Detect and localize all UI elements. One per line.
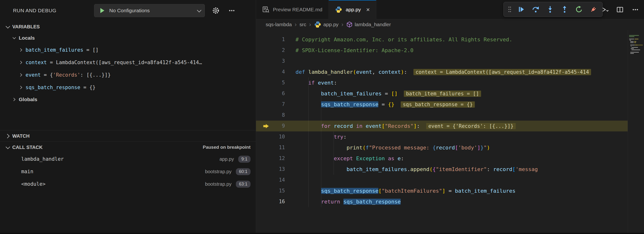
code-line-13[interactable]: 13 batch_item_failures.append({"itemIden…: [256, 164, 644, 175]
code-line-1[interactable]: 1# Copyright Amazon.com, Inc. or its aff…: [256, 34, 644, 45]
watch-pane: WATCH: [0, 130, 256, 141]
symbol-method-icon: [346, 21, 352, 28]
breadcrumb-item-src[interactable]: src: [300, 22, 306, 27]
line-number[interactable]: 12: [256, 153, 296, 164]
line-number[interactable]: 14: [256, 175, 296, 185]
code-line-7[interactable]: 7 sqs_batch_response = {}sqs_batch_respo…: [256, 99, 644, 110]
restart-button[interactable]: [572, 3, 586, 15]
call-stack-section-header[interactable]: CALL STACK Paused on breakpoint: [0, 142, 256, 153]
variable-text: sqs_batch_response = {}: [26, 85, 96, 90]
line-number[interactable]: 15: [256, 185, 296, 196]
debug-config-dropdown[interactable]: No Configurations: [94, 4, 205, 17]
tab-label: Preview README.md: [273, 7, 322, 12]
step-over-icon: [532, 6, 539, 13]
tab-app-py[interactable]: app.py×: [329, 0, 376, 19]
gear-icon[interactable]: [211, 6, 221, 15]
code-lines: 1# Copyright Amazon.com, Inc. or its aff…: [256, 34, 644, 207]
chevron-right-icon[interactable]: [19, 86, 22, 89]
editor-group: Preview README.mdapp.py× sqs-lambda›src›…: [256, 0, 644, 234]
stack-frame-main[interactable]: mainbootstrap.py60:1: [0, 165, 256, 178]
continue-icon: [518, 6, 525, 13]
line-number[interactable]: 4: [256, 67, 296, 77]
code-line-6[interactable]: 6 batch_item_failures = []batch_item_fai…: [256, 88, 644, 99]
tabs: Preview README.mdapp.py×: [256, 0, 376, 19]
debug-start-icon[interactable]: [99, 7, 106, 14]
chevron-down-icon: [197, 8, 201, 12]
code-line-16[interactable]: 16 return sqs_batch_response: [256, 196, 644, 207]
line-number[interactable]: 1: [256, 34, 296, 45]
variable-sqs-batch-response[interactable]: sqs_batch_response = {}: [0, 81, 256, 94]
breadcrumb: sqs-lambda›src›app.py›lambda_handler: [256, 19, 644, 30]
line-number[interactable]: 8: [256, 110, 296, 120]
variable-event[interactable]: event = {'Records': [{...}]}: [0, 69, 256, 81]
variables-section-header[interactable]: VARIABLES: [0, 21, 256, 32]
chevron-right-icon[interactable]: [19, 73, 22, 77]
line-number[interactable]: 9: [256, 120, 296, 131]
code-text: sqs_batch_response["batchItemFailures"] …: [296, 185, 516, 196]
breadcrumb-label: sqs-lambda: [266, 22, 292, 27]
chevron-right-icon[interactable]: [19, 48, 22, 52]
paused-status: Paused on breakpoint: [203, 145, 250, 150]
python-icon: [335, 6, 342, 13]
minimap[interactable]: [628, 30, 644, 234]
line-number[interactable]: 16: [256, 196, 296, 207]
breadcrumb-item-app-py[interactable]: app.py: [314, 21, 338, 28]
run-debug-sidebar: RUN AND DEBUG No Configurations VARIABLE…: [0, 0, 256, 234]
code-text: except Exception as e:: [296, 153, 404, 164]
editor-actions: [600, 0, 640, 19]
code-line-4[interactable]: 4def lambda_handler(event, context):cont…: [256, 67, 644, 77]
tab-preview-readme-md[interactable]: Preview README.md: [256, 0, 329, 19]
breadcrumb-item-lambda-handler[interactable]: lambda_handler: [346, 21, 391, 28]
disconnect-button[interactable]: [587, 3, 600, 15]
more-actions-icon[interactable]: [227, 6, 236, 15]
line-number[interactable]: 11: [256, 142, 296, 153]
variable-context[interactable]: context = LambdaContext([aws_request_id=…: [0, 56, 256, 69]
stack-frame-lambda-handler[interactable]: lambda_handlerapp.py9:1: [0, 153, 256, 165]
line-number[interactable]: 13: [256, 164, 296, 175]
gripper-button[interactable]: [506, 3, 513, 15]
watch-section-header[interactable]: WATCH: [0, 130, 256, 141]
line-number[interactable]: 2: [256, 45, 296, 56]
frame-name: <module>: [21, 181, 46, 187]
code-line-8[interactable]: 8: [256, 110, 644, 120]
close-icon[interactable]: ×: [366, 6, 370, 13]
code-line-2[interactable]: 2# SPDX-License-Identifier: Apache-2.0: [256, 45, 644, 56]
line-number[interactable]: 6: [256, 88, 296, 99]
sidebar-spacer: [0, 105, 256, 130]
scope-locals[interactable]: Locals: [0, 32, 256, 44]
more-actions-icon: [632, 6, 639, 13]
code-line-10[interactable]: 10 try:: [256, 131, 644, 142]
step-over-button[interactable]: [529, 3, 542, 15]
line-number[interactable]: 5: [256, 77, 296, 88]
code-editor[interactable]: 1# Copyright Amazon.com, Inc. or its aff…: [256, 30, 644, 234]
breadcrumb-label: src: [300, 22, 306, 27]
chevron-right-icon[interactable]: [19, 61, 22, 64]
code-line-5[interactable]: 5 if event:: [256, 77, 644, 88]
variable-batch-item-failures[interactable]: batch_item_failures = []: [0, 44, 256, 56]
code-line-9[interactable]: 9 for record in event["Records"]:event =…: [256, 120, 644, 131]
debug-toolbar: [504, 2, 602, 17]
debug-current-line-arrow-icon: [263, 123, 269, 128]
line-number[interactable]: 10: [256, 131, 296, 142]
line-number[interactable]: 7: [256, 99, 296, 110]
split-editor-button[interactable]: [615, 5, 625, 14]
step-out-button[interactable]: [558, 3, 571, 15]
breadcrumb-item-sqs-lambda[interactable]: sqs-lambda: [266, 22, 292, 27]
code-line-3[interactable]: 3: [256, 56, 644, 67]
variable-text: context = LambdaContext([aws_request_id=…: [26, 60, 202, 65]
code-line-11[interactable]: 11 print(f"Processed message: {record['b…: [256, 142, 644, 153]
line-number[interactable]: 3: [256, 56, 296, 67]
scope-globals[interactable]: Globals: [0, 94, 256, 105]
call-stack-pane: CALL STACK Paused on breakpoint lambda_h…: [0, 141, 256, 190]
variables-pane: VARIABLES Locals batch_item_failures = […: [0, 21, 256, 105]
code-line-12[interactable]: 12 except Exception as e:: [256, 153, 644, 164]
panel-title: RUN AND DEBUG: [13, 8, 56, 13]
window-bottom-edge: [0, 233, 644, 234]
step-into-button[interactable]: [544, 3, 557, 15]
continue-button[interactable]: [515, 3, 528, 15]
stack-frame-module[interactable]: <module>bootstrap.py63:1: [0, 178, 256, 190]
code-line-14[interactable]: 14: [256, 175, 644, 185]
more-actions-button[interactable]: [630, 5, 640, 14]
code-line-15[interactable]: 15 sqs_batch_response["batchItemFailures…: [256, 185, 644, 196]
code-text: # Copyright Amazon.com, Inc. or its affi…: [296, 34, 512, 45]
